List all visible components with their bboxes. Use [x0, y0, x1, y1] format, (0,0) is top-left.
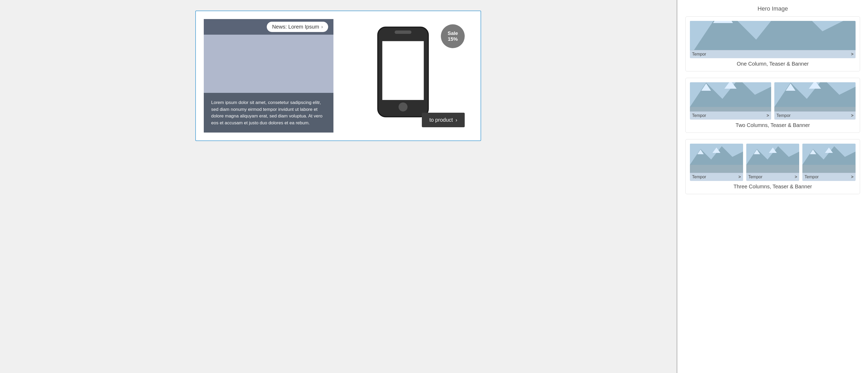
mountain-image: [690, 82, 771, 112]
thumb-label-bar-three-columns-2: Tempor>: [802, 173, 856, 181]
right-content: Sale 15% to product ›: [334, 19, 473, 132]
preview-container: News: Lorem Ipsum › Lorem ipsum dolor si…: [195, 10, 481, 141]
svg-rect-1: [382, 41, 424, 100]
thumb-arrow-icon[interactable]: >: [851, 113, 854, 118]
template-thumb-three-columns-0[interactable]: Tempor>: [690, 144, 743, 181]
to-product-button[interactable]: to product ›: [422, 113, 465, 127]
templates-container: Tempor>One Column, Teaser & BannerTempor…: [685, 17, 860, 194]
thumb-label-bar-three-columns-0: Tempor>: [690, 173, 743, 181]
thumb-arrow-icon[interactable]: >: [795, 175, 797, 179]
thumb-label: Tempor: [692, 52, 706, 57]
left-panel: News: Lorem Ipsum › Lorem ipsum dolor si…: [0, 0, 676, 373]
thumb-label: Tempor: [776, 113, 790, 118]
news-pill-text: News: Lorem Ipsum: [272, 24, 319, 30]
thumb-label: Tempor: [748, 175, 763, 179]
body-text-overlay: Lorem ipsum dolor sit amet, consetetur s…: [204, 93, 334, 132]
svg-rect-28: [746, 165, 800, 173]
news-chevron-icon: ›: [321, 24, 323, 30]
svg-marker-7: [713, 21, 733, 23]
svg-rect-18: [774, 107, 856, 112]
thumb-label-bar-three-columns-1: Tempor>: [746, 173, 800, 181]
svg-rect-23: [690, 165, 743, 173]
thumb-label: Tempor: [692, 175, 706, 179]
mountain-image: [690, 21, 856, 50]
template-images-three-columns: Tempor>Tempor>Tempor>: [690, 144, 856, 181]
template-thumb-one-column-0[interactable]: Tempor>: [690, 21, 856, 58]
mountain-image: [774, 82, 856, 112]
thumb-label-bar-two-columns-0: Tempor>: [690, 112, 771, 120]
template-card-three-columns[interactable]: Tempor>Tempor>Tempor>Three Columns, Teas…: [685, 139, 860, 194]
template-card-one-column[interactable]: Tempor>One Column, Teaser & Banner: [685, 17, 860, 71]
template-label-one-column: One Column, Teaser & Banner: [690, 61, 856, 67]
to-product-chevron-icon: ›: [456, 117, 457, 123]
thumb-label-bar-one-column-0: Tempor>: [690, 50, 856, 58]
svg-point-3: [399, 102, 407, 112]
thumb-arrow-icon[interactable]: >: [851, 52, 854, 57]
hero-image-title: Hero Image: [685, 5, 860, 12]
sale-line1: Sale: [447, 30, 458, 36]
template-label-three-columns: Three Columns, Teaser & Banner: [690, 184, 856, 190]
thumb-arrow-icon[interactable]: >: [738, 175, 741, 179]
svg-rect-13: [690, 107, 771, 112]
thumb-arrow-icon[interactable]: >: [767, 113, 769, 118]
template-images-one-column: Tempor>: [690, 21, 856, 58]
svg-rect-33: [802, 165, 856, 173]
sale-badge: Sale 15%: [441, 24, 465, 48]
right-panel: Hero Image Tempor>One Column, Teaser & B…: [678, 0, 868, 373]
news-bar: News: Lorem Ipsum ›: [204, 19, 334, 35]
banner-image-placeholder: [204, 35, 334, 93]
template-thumb-two-columns-1[interactable]: Tempor>: [774, 82, 856, 120]
svg-rect-2: [395, 30, 411, 34]
mountain-image: [690, 144, 743, 173]
mountain-image: [746, 144, 800, 173]
sale-line2: 15%: [448, 36, 458, 42]
thumb-label: Tempor: [805, 175, 818, 179]
template-thumb-two-columns-0[interactable]: Tempor>: [690, 82, 771, 120]
banner-area: News: Lorem Ipsum › Lorem ipsum dolor si…: [204, 19, 473, 132]
news-pill[interactable]: News: Lorem Ipsum ›: [267, 22, 328, 32]
template-thumb-three-columns-2[interactable]: Tempor>: [802, 144, 856, 181]
template-images-two-columns: Tempor>Tempor>: [690, 82, 856, 120]
thumb-label: Tempor: [692, 113, 706, 118]
to-product-label: to product: [429, 117, 453, 123]
thumb-label-bar-two-columns-1: Tempor>: [774, 112, 856, 120]
template-label-two-columns: Two Columns, Teaser & Banner: [690, 122, 856, 128]
left-content: News: Lorem Ipsum › Lorem ipsum dolor si…: [204, 19, 334, 132]
template-card-two-columns[interactable]: Tempor>Tempor>Two Columns, Teaser & Bann…: [685, 78, 860, 133]
phone-icon: [366, 24, 440, 120]
body-text: Lorem ipsum dolor sit amet, consetetur s…: [211, 99, 326, 126]
thumb-arrow-icon[interactable]: >: [851, 175, 854, 179]
mountain-image: [802, 144, 856, 173]
template-thumb-three-columns-1[interactable]: Tempor>: [746, 144, 800, 181]
